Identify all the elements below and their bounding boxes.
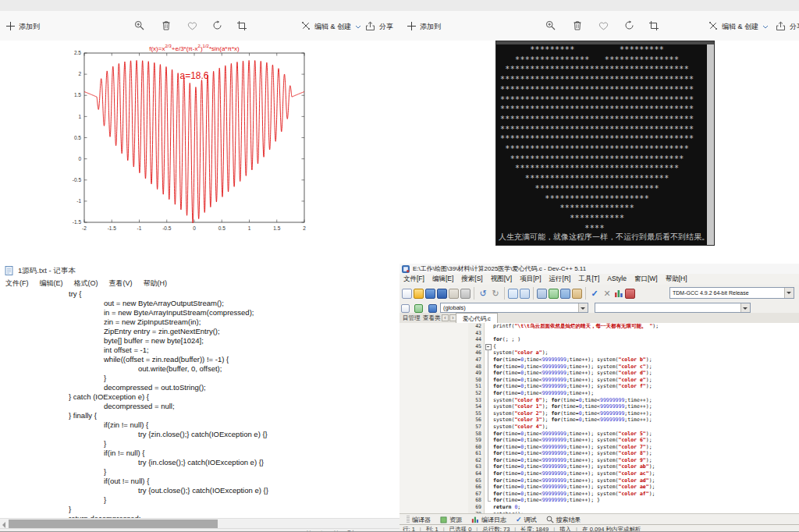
ascii-art-row: *********************************	[500, 164, 706, 174]
code-line: 67for(time=0;time<99999999;time++); syst…	[468, 491, 799, 498]
code-text: for(time=0;time<99999999;time++); system…	[493, 377, 652, 384]
undo-icon[interactable]: ↺	[478, 289, 488, 299]
combo-arrow-icon[interactable]	[740, 303, 750, 312]
run-icon[interactable]	[549, 289, 559, 299]
devcpp-menu[interactable]: 视图[V]	[487, 274, 516, 285]
notepad-code-line: zin = new ZipInputStream(in);	[0, 317, 400, 327]
line-number: 63	[468, 463, 485, 470]
edit-create-button[interactable]: 编辑 & 创建	[708, 20, 769, 33]
compile-icon[interactable]	[537, 289, 547, 299]
members-select[interactable]	[595, 303, 751, 313]
notepad-hscrollbar[interactable]	[0, 518, 400, 529]
tab-compiler[interactable]: 编译器	[400, 514, 435, 525]
notepad-menu-V[interactable]: 查看(V)	[104, 278, 138, 289]
replace-icon[interactable]	[520, 289, 530, 299]
project-manager-panel[interactable]	[400, 323, 469, 513]
notepad-menu-F[interactable]: 文件(F)	[0, 278, 34, 289]
edit-create-label: 编辑 & 创建	[722, 22, 758, 32]
code-line: 45{	[468, 343, 799, 350]
combo-arrow-icon[interactable]	[578, 303, 588, 312]
profile-icon[interactable]	[614, 289, 623, 298]
window-top-strip	[400, 0, 799, 11]
favorite-button[interactable]	[597, 20, 609, 33]
new-source-icon[interactable]	[401, 304, 410, 313]
notepad-text-area[interactable]: try {out = new ByteArrayOutputStream();i…	[0, 289, 400, 518]
code-line: 52for(time=0;time<99999999;time++);	[468, 390, 799, 397]
crop-button[interactable]	[648, 20, 660, 33]
devcpp-menu[interactable]: AStyle	[603, 274, 630, 283]
ascii-art-row: *************************	[500, 184, 706, 194]
notepad-code-line: decompressed = out.toString();	[0, 383, 400, 392]
add-item-icon[interactable]	[414, 304, 423, 313]
devcpp-menu[interactable]: 窗口[W]	[630, 274, 662, 285]
editor-tab-active[interactable]: 爱心代码.c	[456, 313, 498, 324]
tab-search-results[interactable]: 搜索结果	[542, 514, 586, 525]
syntax-check-icon[interactable]: ✓	[589, 289, 600, 299]
new-file-icon[interactable]	[402, 289, 412, 299]
compile-run-icon[interactable]	[560, 289, 570, 299]
devcpp-menu[interactable]: 运行[R]	[545, 274, 575, 285]
devcpp-menu[interactable]: 文件[F]	[400, 274, 428, 285]
combo-arrow-icon[interactable]	[784, 288, 794, 298]
save-icon[interactable]	[425, 289, 435, 299]
print-icon[interactable]	[460, 289, 471, 299]
toolbar-separator	[504, 287, 505, 300]
find-icon[interactable]	[508, 289, 518, 299]
devcpp-menu[interactable]: 帮助[H]	[662, 274, 691, 285]
code-text: for(time=0;time<99999999;time++); system…	[493, 383, 652, 390]
line-number: 56	[468, 417, 485, 424]
ascii-heart-art: ********* ********* *************** ****…	[500, 45, 706, 233]
add-to-button[interactable]: 添加到	[407, 20, 441, 33]
line-number: 53	[468, 397, 485, 404]
notepad-menu-E[interactable]: 编辑(E)	[34, 278, 69, 289]
tab-debug[interactable]: ✓调试	[511, 514, 542, 525]
devcpp-menu[interactable]: 项目[P]	[516, 274, 545, 285]
globals-select[interactable]: (globals)	[440, 303, 588, 313]
compiler-select[interactable]: TDM-GCC 4.9.2 64-bit Release	[669, 287, 794, 299]
redo-icon[interactable]: ↻	[490, 289, 501, 299]
line-number: 54	[468, 403, 485, 410]
svg-text:0.5: 0.5	[74, 135, 81, 140]
photos-window-console: 添加到 编辑 & 创建 分享	[400, 0, 799, 264]
code-text: system("color 4");	[493, 424, 548, 431]
ascii-art-row: *****************************	[500, 174, 706, 184]
code-editor[interactable]: 42printf("\t\t乌云后面依然是灿烂的晴天，每一天都有无限可能。 ")…	[468, 323, 799, 513]
abort-icon[interactable]: ✕	[602, 289, 613, 299]
save-all-icon[interactable]	[437, 289, 447, 299]
delete-button[interactable]	[571, 20, 584, 33]
devcpp-menu[interactable]: 搜索[S]	[457, 274, 486, 285]
devcpp-menu[interactable]: 工具[T]	[574, 274, 603, 285]
devcpp-window: E:\工作\绘图\39\材料\计算2025医学\爱心代码.c - Dev-C++…	[400, 264, 799, 532]
code-text: for(time=0;time<99999999;time++); system…	[493, 364, 652, 371]
tab-resources[interactable]: 资源	[435, 514, 467, 525]
notepad-menu-O[interactable]: 格式(O)	[69, 278, 104, 289]
tab-compile-log[interactable]: 编译日志	[467, 514, 511, 525]
code-line: 54system("color 1"); for(time=0;time<999…	[468, 403, 799, 410]
code-text: for(; ; )	[493, 336, 520, 343]
console-scrollbar[interactable]	[707, 44, 714, 245]
rotate-button[interactable]	[623, 20, 635, 33]
close-file-icon[interactable]	[449, 289, 459, 299]
fold-gutter	[485, 444, 492, 451]
rebuild-icon[interactable]	[572, 289, 582, 299]
tab-scroll-left-button[interactable]: ‹	[442, 314, 449, 321]
tab-view-classes[interactable]: 查看类	[420, 314, 444, 323]
notepad-code-line: try {out.close();} catch(IOException e) …	[0, 486, 400, 495]
member-icon[interactable]	[428, 304, 437, 313]
notepad-code-line: } finally {	[0, 411, 400, 420]
trash-icon	[573, 20, 582, 34]
open-file-icon[interactable]	[414, 289, 424, 299]
zoom-button[interactable]	[544, 20, 556, 33]
devcpp-menu[interactable]: 编辑[E]	[428, 274, 457, 285]
svg-text:0: 0	[193, 225, 196, 231]
scroll-left-arrow-icon[interactable]	[2, 522, 5, 528]
ascii-art-row: ***************	[500, 204, 706, 214]
notepad-title: 1源码.txt - 记事本	[18, 266, 76, 276]
notepad-code-line: }	[0, 374, 400, 383]
notepad-menu-H[interactable]: 帮助(H)	[138, 278, 173, 289]
notepad-code-line: ZipEntry entry = zin.getNextEntry();	[0, 327, 400, 336]
fold-toggle-icon[interactable]	[485, 343, 492, 350]
share-button[interactable]: 分享	[776, 20, 799, 33]
scrollbar-thumb[interactable]	[9, 520, 218, 528]
delete-profile-icon[interactable]	[625, 289, 635, 299]
